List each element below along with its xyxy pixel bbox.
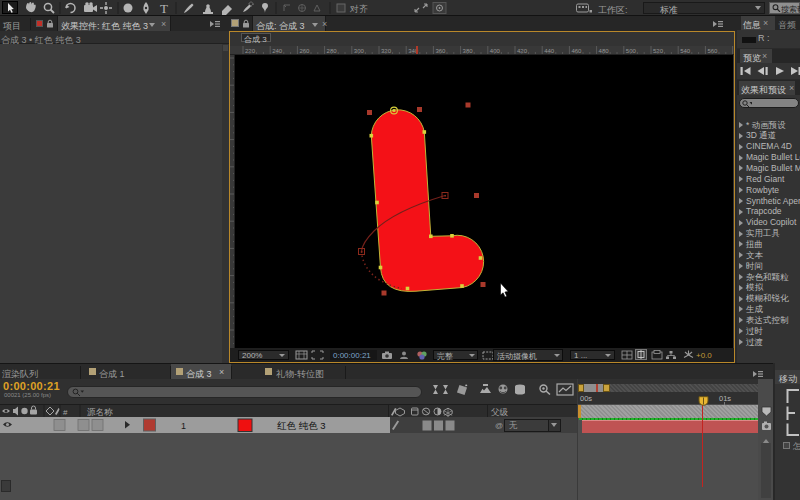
svg-text:1: 1	[181, 421, 186, 431]
svg-text:540: 540	[680, 48, 691, 54]
svg-text:380: 380	[463, 48, 474, 54]
svg-text:对齐: 对齐	[349, 4, 368, 14]
svg-text:400: 400	[490, 48, 501, 54]
svg-text:红色 纯色 3: 红色 纯色 3	[277, 420, 326, 431]
svg-text:240: 240	[272, 48, 283, 54]
svg-text:360: 360	[435, 48, 446, 54]
svg-text:T: T	[160, 1, 168, 16]
svg-text:#: #	[63, 408, 68, 417]
svg-text:源名称: 源名称	[87, 407, 113, 417]
svg-text:460: 460	[571, 48, 582, 54]
svg-text:440: 440	[544, 48, 555, 54]
svg-text:520: 520	[653, 48, 664, 54]
svg-text:260: 260	[299, 48, 310, 54]
svg-text:560: 560	[707, 48, 718, 54]
svg-text:500: 500	[626, 48, 637, 54]
svg-text:父级: 父级	[491, 407, 509, 417]
svg-text:480: 480	[599, 48, 610, 54]
svg-text:320: 320	[381, 48, 392, 54]
svg-text:280: 280	[327, 48, 338, 54]
svg-text:@: @	[495, 421, 503, 430]
svg-text:420: 420	[517, 48, 528, 54]
svg-text:220: 220	[245, 48, 256, 54]
svg-text:300: 300	[354, 48, 365, 54]
